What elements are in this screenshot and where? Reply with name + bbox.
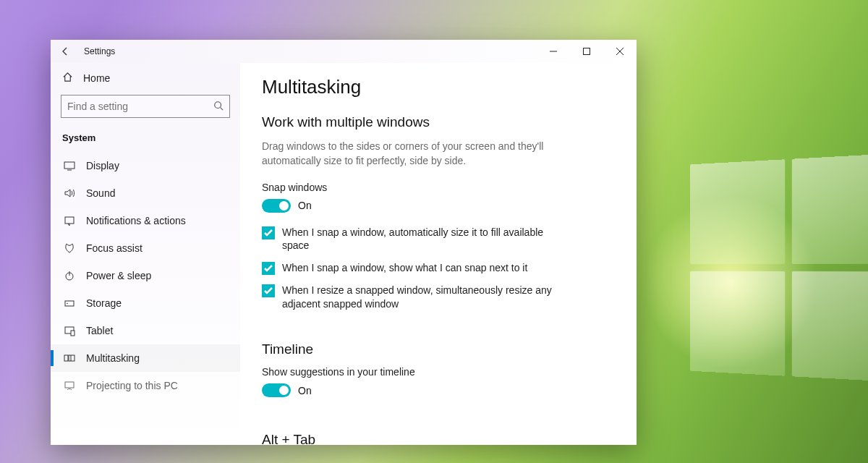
- timeline-suggestions-toggle[interactable]: [262, 383, 291, 397]
- content-pane: Multitasking Work with multiple windows …: [240, 63, 637, 445]
- section-heading-alttab: Alt + Tab: [262, 432, 615, 445]
- snap-windows-label: Snap windows: [262, 182, 615, 193]
- svg-rect-6: [65, 217, 74, 224]
- sidebar: Home System Display Sound: [51, 63, 240, 445]
- sidebar-item-focus-assist[interactable]: Focus assist: [51, 234, 240, 262]
- search-box[interactable]: [61, 95, 230, 118]
- sidebar-item-power-sleep[interactable]: Power & sleep: [51, 262, 240, 289]
- sidebar-item-tablet[interactable]: Tablet: [51, 317, 240, 344]
- tablet-icon: [64, 325, 75, 336]
- sidebar-item-label: Projecting to this PC: [86, 380, 178, 391]
- snap-windows-state: On: [298, 200, 312, 211]
- sidebar-item-display[interactable]: Display: [51, 152, 240, 179]
- checkbox-label: When I snap a window, show what I can sn…: [282, 261, 527, 275]
- svg-point-2: [215, 101, 221, 108]
- focus-assist-icon: [64, 242, 75, 254]
- search-input[interactable]: [67, 101, 213, 112]
- snap-windows-toggle[interactable]: [262, 199, 291, 213]
- sidebar-item-label: Display: [86, 160, 119, 171]
- sidebar-item-projecting[interactable]: Projecting to this PC: [51, 372, 240, 399]
- page-title: Multitasking: [262, 76, 615, 98]
- sidebar-item-label: Focus assist: [86, 242, 142, 254]
- timeline-suggestions-state: On: [298, 385, 312, 396]
- checkbox-label: When I snap a window, automatically size…: [282, 226, 573, 253]
- maximize-button[interactable]: [570, 40, 603, 63]
- checkbox-snap-fill[interactable]: [262, 226, 275, 239]
- svg-rect-1: [584, 48, 590, 55]
- section-heading-snap: Work with multiple windows: [262, 114, 615, 130]
- sidebar-item-label: Storage: [86, 297, 122, 309]
- minimize-button[interactable]: [537, 40, 570, 63]
- storage-icon: [64, 297, 75, 309]
- svg-rect-14: [69, 355, 75, 361]
- svg-rect-12: [71, 331, 75, 336]
- power-icon: [64, 270, 75, 281]
- sidebar-item-label: Notifications & actions: [86, 215, 186, 226]
- sidebar-item-storage[interactable]: Storage: [51, 289, 240, 317]
- sidebar-item-sound[interactable]: Sound: [51, 179, 240, 207]
- projecting-icon: [64, 380, 75, 391]
- sidebar-nav: Display Sound Notifications & actions Fo…: [51, 152, 240, 445]
- checkbox-snap-assist[interactable]: [262, 262, 275, 275]
- search-icon: [213, 101, 224, 113]
- wallpaper-windows-logo: [690, 153, 868, 382]
- notifications-icon: [64, 215, 75, 226]
- sidebar-home[interactable]: Home: [51, 63, 240, 92]
- svg-rect-13: [64, 355, 68, 361]
- timeline-suggestions-label: Show suggestions in your timeline: [262, 366, 615, 378]
- window-title: Settings: [84, 46, 115, 56]
- titlebar: Settings: [51, 40, 637, 63]
- checkbox-label: When I resize a snapped window, simultan…: [282, 284, 573, 311]
- sidebar-item-label: Multitasking: [86, 352, 140, 364]
- section-heading-timeline: Timeline: [262, 341, 615, 357]
- sidebar-item-label: Tablet: [86, 325, 113, 336]
- multitasking-icon: [64, 352, 75, 364]
- sound-icon: [64, 187, 75, 199]
- settings-window: Settings Home: [51, 40, 637, 445]
- svg-rect-16: [65, 382, 74, 388]
- svg-point-10: [67, 303, 68, 305]
- display-icon: [64, 160, 75, 171]
- checkbox-snap-resize[interactable]: [262, 284, 275, 297]
- sidebar-item-label: Sound: [86, 187, 115, 199]
- svg-rect-4: [64, 162, 75, 169]
- svg-rect-9: [65, 301, 74, 306]
- section-description: Drag windows to the sides or corners of …: [262, 139, 566, 169]
- back-button[interactable]: [51, 40, 80, 63]
- sidebar-category: System: [51, 128, 240, 152]
- sidebar-item-notifications[interactable]: Notifications & actions: [51, 207, 240, 234]
- sidebar-item-multitasking[interactable]: Multitasking: [51, 344, 240, 372]
- sidebar-home-label: Home: [83, 72, 110, 84]
- close-button[interactable]: [603, 40, 637, 63]
- sidebar-item-label: Power & sleep: [86, 270, 151, 281]
- svg-line-3: [221, 107, 224, 110]
- home-icon: [62, 72, 73, 85]
